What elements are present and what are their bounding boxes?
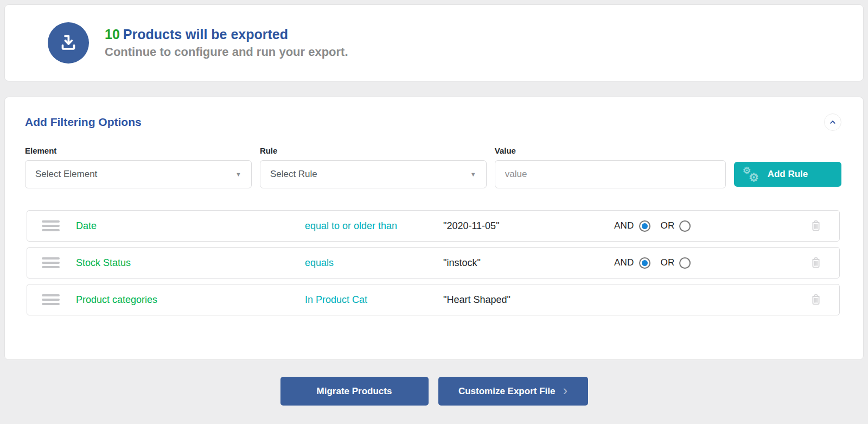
filter-rule-row-product-categories: Product categories In Product Cat "Heart… (27, 284, 840, 315)
and-label: AND (614, 220, 634, 231)
rule-condition: In Product Cat (305, 294, 443, 306)
rule-select-value: Select Rule (270, 169, 317, 180)
export-summary-card: 10Products will be exported Continue to … (4, 4, 864, 81)
filter-rule-row-date: Date equal to or older than "2020-11-05"… (27, 210, 840, 242)
collapse-panel-button[interactable] (824, 113, 841, 131)
rule-condition: equals (305, 257, 443, 269)
chevron-right-icon: › (563, 383, 567, 397)
chevron-up-icon (828, 117, 838, 127)
rule-value: "Heart Shaped" (443, 294, 614, 306)
logic-selector: AND OR (614, 220, 799, 232)
migrate-products-button[interactable]: Migrate Products (280, 377, 429, 406)
element-label: Element (25, 146, 252, 155)
rule-element-name: Stock Status (62, 257, 305, 269)
trash-icon (808, 217, 824, 233)
drag-handle-icon[interactable] (42, 257, 62, 268)
caret-down-icon: ▼ (470, 171, 476, 178)
rule-label: Rule (260, 146, 487, 155)
export-count: 10 (105, 27, 120, 42)
or-radio[interactable] (679, 220, 691, 232)
filtering-options-card: Add Filtering Options Element Select Ele… (4, 97, 864, 360)
filter-rules-list: Date equal to or older than "2020-11-05"… (27, 210, 840, 315)
delete-rule-button[interactable] (808, 254, 824, 272)
and-label: AND (614, 257, 634, 268)
rule-field-group: Rule Select Rule ▼ (260, 146, 487, 188)
or-label: OR (661, 220, 675, 231)
logic-selector: AND OR (614, 257, 799, 269)
element-field-group: Element Select Element ▼ (25, 146, 252, 188)
rule-condition: equal to or older than (305, 220, 443, 232)
trash-icon (808, 254, 824, 270)
bottom-actions: Migrate Products Customize Export File › (0, 377, 868, 406)
add-rule-label: Add Rule (768, 169, 808, 180)
or-label: OR (661, 257, 675, 268)
rule-select[interactable]: Select Rule ▼ (260, 160, 487, 188)
filter-rule-row-stock-status: Stock Status equals "instock" AND OR (27, 247, 840, 279)
element-select[interactable]: Select Element ▼ (25, 160, 252, 188)
migrate-products-label: Migrate Products (317, 386, 392, 397)
export-count-title: 10Products will be exported (105, 27, 348, 42)
value-input[interactable] (495, 160, 726, 188)
gears-icon: ⚙⚙ (743, 165, 761, 183)
rule-value: "instock" (443, 257, 614, 269)
or-radio[interactable] (679, 257, 691, 269)
export-title-text: Products will be exported (123, 27, 288, 42)
value-label: Value (495, 146, 726, 155)
delete-rule-button[interactable] (808, 291, 824, 309)
drag-handle-icon[interactable] (42, 294, 62, 305)
trash-icon (808, 291, 824, 307)
caret-down-icon: ▼ (235, 171, 241, 178)
add-rule-button[interactable]: ⚙⚙ Add Rule (734, 162, 841, 187)
value-field-group: Value (495, 146, 726, 188)
rule-value: "2020-11-05" (443, 220, 614, 232)
export-subtitle: Continue to configure and run your expor… (105, 45, 348, 59)
delete-rule-button[interactable] (808, 217, 824, 235)
customize-export-file-button[interactable]: Customize Export File › (438, 377, 588, 406)
and-radio[interactable] (639, 220, 650, 232)
filter-panel-title: Add Filtering Options (25, 116, 142, 129)
element-select-value: Select Element (35, 169, 97, 180)
and-radio[interactable] (639, 257, 650, 269)
customize-export-file-label: Customize Export File (458, 386, 556, 397)
rule-element-name: Product categories (62, 294, 305, 306)
download-icon (48, 22, 89, 64)
rule-element-name: Date (62, 220, 305, 232)
drag-handle-icon[interactable] (42, 220, 62, 231)
